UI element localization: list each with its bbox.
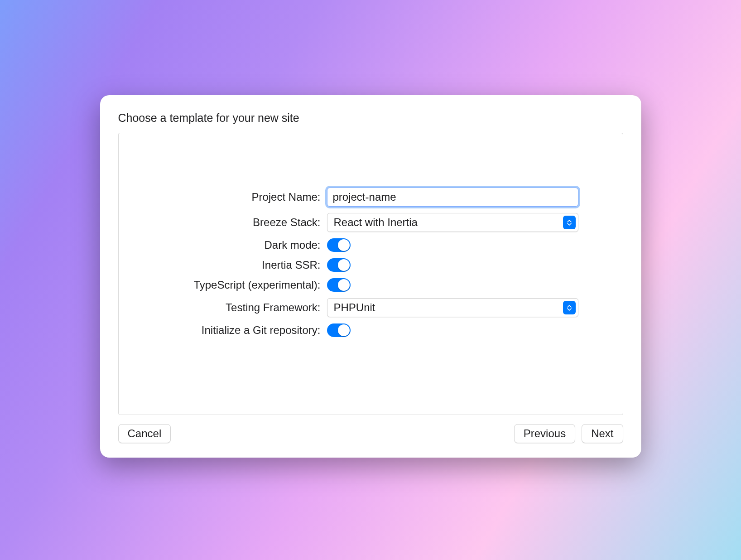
template-dialog: Choose a template for your new site Proj… xyxy=(100,95,641,458)
breeze-stack-value: React with Inertia xyxy=(334,216,418,229)
cancel-button[interactable]: Cancel xyxy=(118,424,171,443)
testing-framework-label: Testing Framework: xyxy=(173,301,327,314)
testing-framework-select[interactable]: PHPUnit xyxy=(327,298,578,317)
project-name-label: Project Name: xyxy=(173,191,327,203)
inertia-ssr-toggle[interactable] xyxy=(327,258,351,272)
typescript-label: TypeScript (experimental): xyxy=(173,279,327,291)
typescript-toggle[interactable] xyxy=(327,278,351,292)
inertia-ssr-label: Inertia SSR: xyxy=(173,259,327,271)
git-repo-label: Initialize a Git repository: xyxy=(173,324,327,337)
breeze-stack-label: Breeze Stack: xyxy=(173,216,327,229)
toggle-knob xyxy=(338,239,350,251)
dialog-title: Choose a template for your new site xyxy=(118,111,623,125)
testing-framework-value: PHPUnit xyxy=(334,301,375,314)
form-grid: Project Name: Breeze Stack: React with I… xyxy=(173,188,568,337)
project-name-input[interactable] xyxy=(327,188,578,207)
previous-button[interactable]: Previous xyxy=(514,424,575,443)
dark-mode-toggle[interactable] xyxy=(327,238,351,252)
toggle-knob xyxy=(338,279,350,291)
next-button[interactable]: Next xyxy=(582,424,623,443)
chevron-up-down-icon xyxy=(563,216,576,229)
breeze-stack-select[interactable]: React with Inertia xyxy=(327,213,578,232)
toggle-knob xyxy=(338,259,350,271)
git-repo-toggle[interactable] xyxy=(327,323,351,337)
chevron-up-down-icon xyxy=(563,301,576,314)
form-frame: Project Name: Breeze Stack: React with I… xyxy=(118,133,623,415)
dialog-footer: Cancel Previous Next xyxy=(118,424,623,443)
toggle-knob xyxy=(338,324,350,336)
dark-mode-label: Dark mode: xyxy=(173,239,327,251)
